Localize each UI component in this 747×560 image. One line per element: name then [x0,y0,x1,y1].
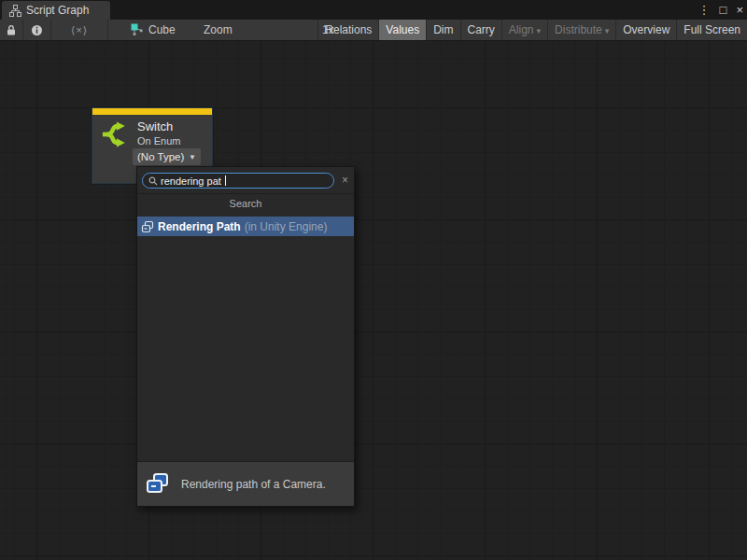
zoom-label: Zoom [204,20,233,40]
enum-icon [141,220,154,233]
type-search-popup: rendering pat × Search Rendering Path (i… [136,166,355,507]
popup-close-icon[interactable]: × [342,174,348,187]
graph-name-label: Cube [148,23,176,36]
code-toggle-button[interactable]: ⟨×⟩ [51,20,108,40]
lock-button[interactable] [0,20,23,40]
relations-button[interactable]: Relations [317,20,378,40]
text-caret [225,175,226,186]
switch-branch-icon [101,120,129,148]
align-button[interactable]: Align▾ [501,20,547,40]
align-label: Align [509,23,534,36]
distribute-button[interactable]: Distribute▾ [547,20,615,40]
values-button[interactable]: Values [378,20,426,40]
script-graph-window: Script Graph ⋮ □ × [0,0,747,560]
relations-label: Relations [325,23,372,36]
fullscreen-button[interactable]: Full Screen [676,20,747,40]
info-icon [31,24,43,36]
dim-label: Dim [433,23,453,36]
tab-title: Script Graph [26,4,89,17]
divider [137,193,354,194]
overview-button[interactable]: Overview [615,20,676,40]
toolbar: ⟨×⟩ Cube Zoom 1x Relations [0,20,747,41]
search-section-header: Search [137,198,354,209]
carry-label: Carry [468,23,495,36]
carry-button[interactable]: Carry [460,20,501,40]
values-label: Values [386,23,419,36]
menu-icon[interactable]: ⋮ [698,0,711,20]
chevron-down-icon: ▾ [605,26,610,35]
graph-reference[interactable]: Cube [131,20,176,40]
enum-icon-large [145,472,170,496]
close-icon[interactable]: × [736,0,743,20]
node-subtitle: On Enum [137,135,180,147]
search-icon [148,176,158,186]
overview-label: Overview [623,23,669,36]
toolbar-left-group: ⟨×⟩ [0,20,108,40]
result-name: Rendering Path [158,220,241,233]
code-icon: ⟨×⟩ [71,24,88,36]
search-result-rendering-path[interactable]: Rendering Path (in Unity Engine) [137,217,354,236]
type-dropdown-value: (No Type) [137,151,184,162]
chevron-down-icon: ▾ [537,26,542,35]
lock-icon [6,24,17,36]
distribute-label: Distribute [555,23,602,36]
result-context: (in Unity Engine) [245,220,328,233]
result-description: Rendering path of a Camera. [181,478,326,491]
window-controls: ⋮ □ × [698,0,743,20]
search-query-text: rendering pat [161,175,221,187]
node-color-bar [92,108,212,115]
tab-script-graph[interactable]: Script Graph [2,1,110,20]
maximize-icon[interactable]: □ [720,0,727,20]
node-title: Switch [137,119,173,133]
toolbar-right-group: Relations Values Dim Carry Align▾ Distri… [317,20,747,40]
popup-footer: Rendering path of a Camera. [137,461,354,506]
search-input[interactable]: rendering pat [142,173,334,189]
tab-strip: Script Graph ⋮ □ × [0,0,747,20]
type-dropdown[interactable]: (No Type) ▼ [133,148,201,165]
script-machine-icon [131,23,144,36]
graph-tab-icon [9,5,21,17]
dim-button[interactable]: Dim [426,20,459,40]
fullscreen-label: Full Screen [684,23,740,36]
info-button[interactable] [23,20,51,40]
chevron-down-icon: ▼ [189,153,196,161]
